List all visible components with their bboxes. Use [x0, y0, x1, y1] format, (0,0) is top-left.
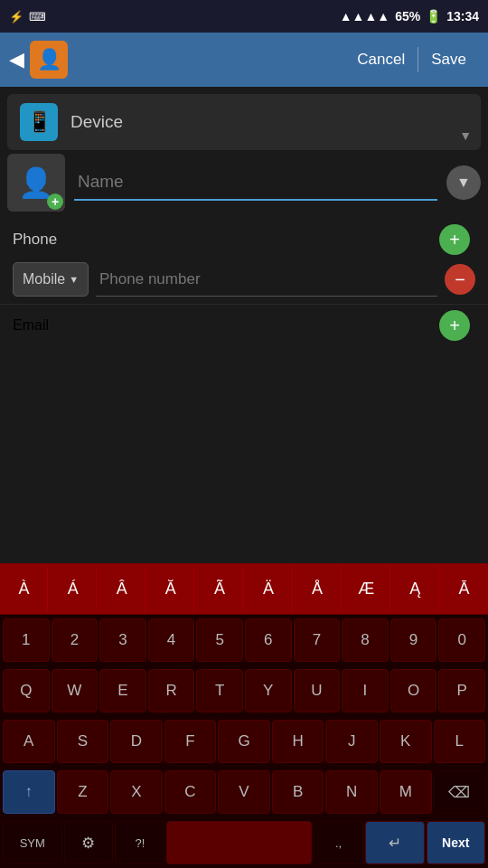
key-8[interactable]: 8	[342, 618, 389, 662]
settings-key[interactable]: ⚙	[64, 821, 114, 864]
next-key[interactable]: Next	[427, 821, 486, 864]
name-input[interactable]	[74, 165, 437, 201]
back-button[interactable]: ◀	[9, 48, 24, 71]
status-right-info: ▲▲▲▲ 65% 🔋 13:34	[340, 9, 479, 24]
key-g[interactable]: G	[218, 720, 270, 763]
battery-icon: 🔋	[426, 9, 441, 24]
key-x[interactable]: X	[110, 770, 163, 814]
signal-icon: ▲▲▲▲	[340, 9, 389, 24]
key-r[interactable]: R	[148, 669, 195, 712]
contact-avatar: 👤	[30, 41, 68, 79]
special-key-9[interactable]: Ā	[441, 565, 487, 612]
backspace-key[interactable]: ⌫	[434, 770, 486, 814]
status-bar: ⚡ ⌨ ▲▲▲▲ 65% 🔋 13:34	[0, 0, 488, 33]
special-key-0[interactable]: À	[1, 565, 48, 612]
key-k[interactable]: K	[380, 720, 432, 763]
clock: 13:34	[446, 9, 479, 24]
key-y[interactable]: Y	[245, 669, 292, 712]
phone-number-input[interactable]	[96, 263, 437, 297]
sym-key[interactable]: SYM	[3, 821, 62, 864]
special-key-2[interactable]: Â	[99, 565, 145, 612]
email-section-label: Email +	[0, 304, 488, 344]
device-chevron-icon: ▼	[459, 128, 472, 143]
key-n[interactable]: N	[325, 770, 378, 814]
device-label: Device	[70, 112, 468, 132]
period-comma-key[interactable]: .,	[314, 821, 363, 864]
name-dropdown-button[interactable]: ▼	[446, 165, 481, 200]
key-a[interactable]: A	[3, 720, 55, 763]
key-z[interactable]: Z	[57, 770, 109, 814]
keyboard: À Á Â Ă Ã Ä Å Æ Ą Ā 1 2 3 4 5 6 7 8 9 0 …	[0, 563, 488, 868]
shift-key[interactable]: ↑	[3, 770, 55, 814]
save-button[interactable]: Save	[418, 45, 479, 74]
key-i[interactable]: I	[342, 669, 389, 712]
special-key-3[interactable]: Ă	[147, 565, 194, 612]
space-key[interactable]	[166, 821, 312, 864]
key-l[interactable]: L	[434, 720, 486, 763]
content-area: 📱 Device ▼ 👤 + ▼ Phone + Mobile ▼ − Emai…	[0, 94, 488, 344]
add-photo-icon: +	[47, 193, 63, 210]
key-t[interactable]: T	[196, 669, 243, 712]
key-5[interactable]: 5	[196, 618, 243, 662]
key-7[interactable]: 7	[294, 618, 341, 662]
bottom-keyboard-row: SYM ⚙ ?! ., ↵ Next	[0, 817, 488, 868]
email-label: Email	[13, 317, 439, 334]
key-j[interactable]: J	[325, 720, 378, 763]
status-left-icons: ⚡ ⌨	[9, 10, 46, 24]
phone-type-selector[interactable]: Mobile ▼	[13, 262, 89, 297]
add-phone-button[interactable]: +	[439, 224, 470, 255]
remove-phone-button[interactable]: −	[445, 264, 475, 295]
key-p[interactable]: P	[438, 669, 485, 712]
key-s[interactable]: S	[57, 720, 109, 763]
special-chars-row: À Á Â Ă Ã Ä Å Æ Ą Ā	[0, 563, 488, 615]
key-9[interactable]: 9	[390, 618, 437, 662]
name-row: 👤 + ▼	[7, 154, 481, 212]
usb-icon: ⚡	[9, 10, 23, 24]
special-key-1[interactable]: Á	[50, 565, 97, 612]
key-o[interactable]: O	[390, 669, 437, 712]
key-v[interactable]: V	[218, 770, 270, 814]
keyboard-icon: ⌨	[29, 10, 46, 24]
number-row: 1 2 3 4 5 6 7 8 9 0	[0, 615, 488, 665]
add-email-button[interactable]: +	[439, 310, 470, 341]
key-b[interactable]: B	[272, 770, 324, 814]
key-2[interactable]: 2	[52, 618, 99, 662]
device-row[interactable]: 📱 Device ▼	[7, 94, 481, 150]
key-f[interactable]: F	[164, 720, 217, 763]
device-icon: 📱	[20, 103, 58, 141]
key-1[interactable]: 1	[3, 618, 50, 662]
punctuation-key[interactable]: ?!	[115, 821, 164, 864]
special-key-6[interactable]: Å	[295, 565, 342, 612]
contact-photo[interactable]: 👤 +	[7, 154, 65, 212]
key-4[interactable]: 4	[148, 618, 195, 662]
key-u[interactable]: U	[294, 669, 341, 712]
key-m[interactable]: M	[380, 770, 432, 814]
phone-label: Phone	[13, 231, 439, 249]
qwerty-row: Q W E R T Y U I O P	[0, 665, 488, 716]
zxcv-row: ↑ Z X C V B N M ⌫	[0, 767, 488, 817]
phone-section-label: Phone +	[0, 215, 488, 259]
special-key-5[interactable]: Ä	[245, 565, 292, 612]
key-c[interactable]: C	[164, 770, 217, 814]
cancel-button[interactable]: Cancel	[344, 45, 418, 74]
key-6[interactable]: 6	[245, 618, 292, 662]
header: ◀ 👤 Cancel Save	[0, 33, 488, 87]
key-q[interactable]: Q	[3, 669, 50, 712]
key-3[interactable]: 3	[99, 618, 146, 662]
key-e[interactable]: E	[99, 669, 146, 712]
phone-row: Mobile ▼ −	[0, 259, 488, 304]
enter-key[interactable]: ↵	[365, 821, 425, 864]
key-w[interactable]: W	[52, 669, 99, 712]
key-d[interactable]: D	[110, 720, 163, 763]
key-0[interactable]: 0	[438, 618, 485, 662]
special-key-7[interactable]: Æ	[343, 565, 390, 612]
asdf-row: A S D F G H J K L	[0, 716, 488, 767]
special-key-4[interactable]: Ã	[196, 565, 243, 612]
key-h[interactable]: H	[272, 720, 324, 763]
phone-type-chevron-icon: ▼	[69, 274, 79, 285]
battery-percent: 65%	[395, 9, 420, 24]
phone-type-label: Mobile	[23, 271, 65, 288]
special-key-8[interactable]: Ą	[392, 565, 439, 612]
